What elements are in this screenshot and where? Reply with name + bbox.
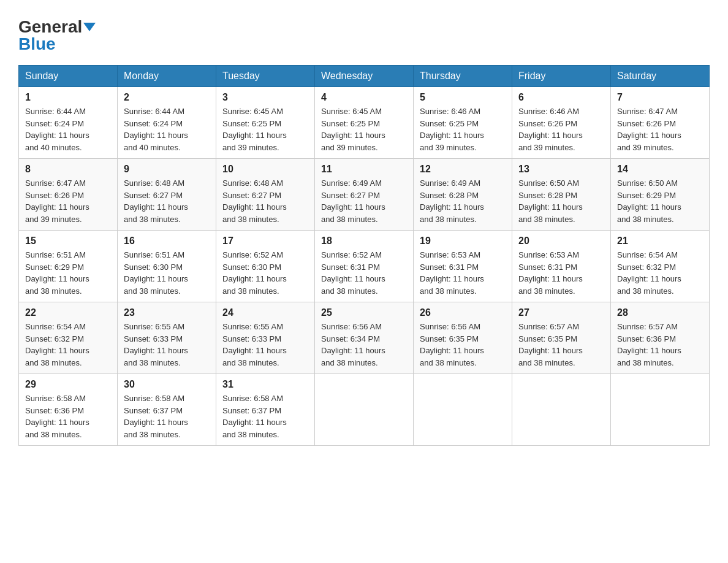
logo-general-text: General [18, 18, 82, 36]
day-info: Sunrise: 6:46 AM Sunset: 6:26 PM Dayligh… [518, 105, 604, 153]
day-cell: 7 Sunrise: 6:47 AM Sunset: 6:26 PM Dayli… [611, 87, 710, 159]
day-cell: 27 Sunrise: 6:57 AM Sunset: 6:35 PM Dayl… [512, 302, 611, 374]
day-number: 14 [617, 164, 703, 175]
day-info: Sunrise: 6:52 AM Sunset: 6:30 PM Dayligh… [222, 249, 308, 297]
day-cell: 31 Sunrise: 6:58 AM Sunset: 6:37 PM Dayl… [216, 374, 315, 446]
day-cell: 30 Sunrise: 6:58 AM Sunset: 6:37 PM Dayl… [118, 374, 216, 446]
day-number: 19 [420, 236, 506, 247]
day-info: Sunrise: 6:58 AM Sunset: 6:36 PM Dayligh… [25, 393, 111, 440]
day-info: Sunrise: 6:48 AM Sunset: 6:27 PM Dayligh… [124, 177, 210, 225]
day-number: 11 [321, 164, 407, 175]
day-cell: 29 Sunrise: 6:58 AM Sunset: 6:36 PM Dayl… [19, 374, 118, 446]
day-cell: 21 Sunrise: 6:54 AM Sunset: 6:32 PM Dayl… [611, 231, 710, 302]
day-number: 30 [124, 379, 210, 390]
header-monday: Monday [118, 66, 216, 87]
day-cell [611, 374, 710, 446]
day-info: Sunrise: 6:49 AM Sunset: 6:27 PM Dayligh… [321, 177, 407, 225]
day-cell: 15 Sunrise: 6:51 AM Sunset: 6:29 PM Dayl… [19, 231, 118, 302]
header-sunday: Sunday [19, 66, 118, 87]
logo: General Blue [18, 18, 96, 53]
day-number: 5 [420, 92, 506, 103]
day-info: Sunrise: 6:51 AM Sunset: 6:29 PM Dayligh… [25, 249, 111, 297]
header-wednesday: Wednesday [315, 66, 414, 87]
day-number: 12 [420, 164, 506, 175]
day-cell: 13 Sunrise: 6:50 AM Sunset: 6:28 PM Dayl… [512, 159, 611, 231]
day-cell: 25 Sunrise: 6:56 AM Sunset: 6:34 PM Dayl… [315, 302, 414, 374]
day-number: 1 [25, 92, 111, 103]
week-row-2: 8 Sunrise: 6:47 AM Sunset: 6:26 PM Dayli… [19, 159, 710, 231]
day-number: 25 [321, 307, 407, 318]
day-cell [315, 374, 414, 446]
day-cell: 6 Sunrise: 6:46 AM Sunset: 6:26 PM Dayli… [512, 87, 611, 159]
day-number: 24 [222, 307, 308, 318]
day-cell [512, 374, 611, 446]
day-info: Sunrise: 6:56 AM Sunset: 6:35 PM Dayligh… [420, 321, 506, 369]
day-number: 10 [222, 164, 308, 175]
day-cell: 9 Sunrise: 6:48 AM Sunset: 6:27 PM Dayli… [118, 159, 216, 231]
day-cell: 1 Sunrise: 6:44 AM Sunset: 6:24 PM Dayli… [19, 87, 118, 159]
day-info: Sunrise: 6:45 AM Sunset: 6:25 PM Dayligh… [222, 105, 308, 153]
day-number: 6 [518, 92, 604, 103]
day-info: Sunrise: 6:55 AM Sunset: 6:33 PM Dayligh… [124, 321, 210, 369]
day-info: Sunrise: 6:58 AM Sunset: 6:37 PM Dayligh… [124, 393, 210, 440]
day-number: 4 [321, 92, 407, 103]
day-cell: 23 Sunrise: 6:55 AM Sunset: 6:33 PM Dayl… [118, 302, 216, 374]
week-row-3: 15 Sunrise: 6:51 AM Sunset: 6:29 PM Dayl… [19, 231, 710, 302]
week-row-4: 22 Sunrise: 6:54 AM Sunset: 6:32 PM Dayl… [19, 302, 710, 374]
day-cell: 3 Sunrise: 6:45 AM Sunset: 6:25 PM Dayli… [216, 87, 315, 159]
day-info: Sunrise: 6:45 AM Sunset: 6:25 PM Dayligh… [321, 105, 407, 153]
header-thursday: Thursday [414, 66, 512, 87]
header-row: SundayMondayTuesdayWednesdayThursdayFrid… [19, 66, 710, 87]
day-number: 27 [518, 307, 604, 318]
day-number: 21 [617, 236, 703, 247]
day-info: Sunrise: 6:51 AM Sunset: 6:30 PM Dayligh… [124, 249, 210, 297]
day-info: Sunrise: 6:53 AM Sunset: 6:31 PM Dayligh… [420, 249, 506, 297]
day-cell: 28 Sunrise: 6:57 AM Sunset: 6:36 PM Dayl… [611, 302, 710, 374]
day-info: Sunrise: 6:57 AM Sunset: 6:35 PM Dayligh… [518, 321, 604, 369]
header-tuesday: Tuesday [216, 66, 315, 87]
day-number: 3 [222, 92, 308, 103]
day-info: Sunrise: 6:55 AM Sunset: 6:33 PM Dayligh… [222, 321, 308, 369]
day-number: 17 [222, 236, 308, 247]
day-number: 20 [518, 236, 604, 247]
day-cell: 16 Sunrise: 6:51 AM Sunset: 6:30 PM Dayl… [118, 231, 216, 302]
day-number: 2 [124, 92, 210, 103]
day-info: Sunrise: 6:58 AM Sunset: 6:37 PM Dayligh… [222, 393, 308, 440]
day-number: 15 [25, 236, 111, 247]
day-number: 22 [25, 307, 111, 318]
day-number: 8 [25, 164, 111, 175]
header-friday: Friday [512, 66, 611, 87]
day-info: Sunrise: 6:49 AM Sunset: 6:28 PM Dayligh… [420, 177, 506, 225]
day-info: Sunrise: 6:47 AM Sunset: 6:26 PM Dayligh… [617, 105, 703, 153]
day-cell: 24 Sunrise: 6:55 AM Sunset: 6:33 PM Dayl… [216, 302, 315, 374]
day-cell: 12 Sunrise: 6:49 AM Sunset: 6:28 PM Dayl… [414, 159, 512, 231]
day-cell: 22 Sunrise: 6:54 AM Sunset: 6:32 PM Dayl… [19, 302, 118, 374]
day-cell: 26 Sunrise: 6:56 AM Sunset: 6:35 PM Dayl… [414, 302, 512, 374]
day-number: 29 [25, 379, 111, 390]
day-info: Sunrise: 6:57 AM Sunset: 6:36 PM Dayligh… [617, 321, 703, 369]
day-cell: 18 Sunrise: 6:52 AM Sunset: 6:31 PM Dayl… [315, 231, 414, 302]
page-header: General Blue [18, 18, 710, 53]
day-number: 18 [321, 236, 407, 247]
day-info: Sunrise: 6:48 AM Sunset: 6:27 PM Dayligh… [222, 177, 308, 225]
day-cell: 5 Sunrise: 6:46 AM Sunset: 6:25 PM Dayli… [414, 87, 512, 159]
day-cell: 10 Sunrise: 6:48 AM Sunset: 6:27 PM Dayl… [216, 159, 315, 231]
day-cell: 11 Sunrise: 6:49 AM Sunset: 6:27 PM Dayl… [315, 159, 414, 231]
day-number: 31 [222, 379, 308, 390]
logo-blue-text: Blue [18, 36, 56, 53]
week-row-1: 1 Sunrise: 6:44 AM Sunset: 6:24 PM Dayli… [19, 87, 710, 159]
day-number: 7 [617, 92, 703, 103]
header-saturday: Saturday [611, 66, 710, 87]
day-cell: 2 Sunrise: 6:44 AM Sunset: 6:24 PM Dayli… [118, 87, 216, 159]
day-cell: 20 Sunrise: 6:53 AM Sunset: 6:31 PM Dayl… [512, 231, 611, 302]
day-info: Sunrise: 6:50 AM Sunset: 6:28 PM Dayligh… [518, 177, 604, 225]
logo-triangle-icon [83, 23, 96, 31]
day-number: 28 [617, 307, 703, 318]
day-cell [414, 374, 512, 446]
day-info: Sunrise: 6:47 AM Sunset: 6:26 PM Dayligh… [25, 177, 111, 225]
day-cell: 19 Sunrise: 6:53 AM Sunset: 6:31 PM Dayl… [414, 231, 512, 302]
calendar-table: SundayMondayTuesdayWednesdayThursdayFrid… [18, 65, 710, 446]
day-info: Sunrise: 6:50 AM Sunset: 6:29 PM Dayligh… [617, 177, 703, 225]
day-info: Sunrise: 6:53 AM Sunset: 6:31 PM Dayligh… [518, 249, 604, 297]
day-info: Sunrise: 6:44 AM Sunset: 6:24 PM Dayligh… [124, 105, 210, 153]
